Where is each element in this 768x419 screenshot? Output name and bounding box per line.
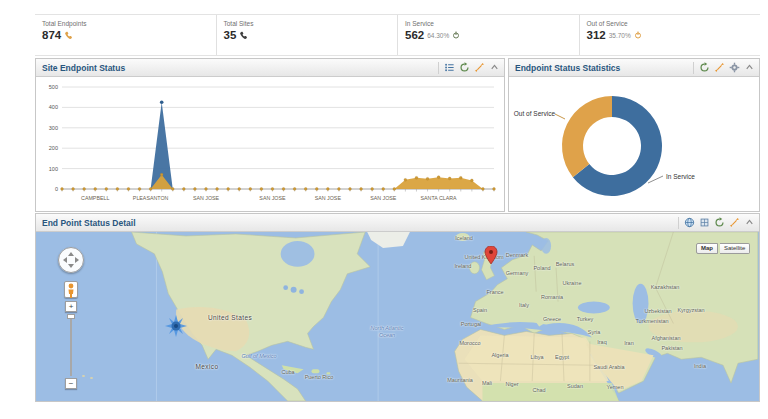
stat-percent: 64.30% — [427, 32, 449, 39]
pan-left-icon[interactable] — [63, 257, 67, 263]
data-point — [338, 188, 341, 191]
data-point — [404, 178, 407, 181]
maximize-icon[interactable] — [729, 217, 740, 228]
site-endpoint-status-chart: 0100200300400500CAMPBELLPLEASANTONSAN JO… — [36, 77, 504, 211]
pan-up-icon[interactable] — [68, 252, 74, 256]
data-point — [127, 188, 130, 191]
stat-value: 562 — [405, 29, 424, 41]
data-point — [293, 188, 296, 191]
data-point — [360, 188, 363, 191]
caspian-sea — [633, 284, 649, 324]
zoom-slider-handle[interactable] — [67, 314, 75, 319]
data-point — [94, 188, 97, 191]
y-axis-tick-label: 200 — [49, 145, 58, 151]
maximize-icon[interactable] — [714, 62, 725, 73]
stat-card-total-sites: Total Sites 35 — [217, 15, 399, 55]
collapse-icon[interactable] — [489, 62, 500, 73]
baltic-sea — [541, 238, 551, 254]
sahel-belt — [482, 383, 618, 401]
data-point — [448, 177, 451, 180]
panel-end-point-status-detail: End Point Status Detail — [35, 213, 760, 402]
data-point — [470, 179, 473, 182]
gear-icon[interactable] — [729, 62, 740, 73]
sahara-desert — [465, 335, 609, 381]
map-terrain — [36, 232, 759, 401]
stat-value: 312 — [587, 29, 606, 41]
pegman-street-view-control[interactable] — [64, 281, 78, 298]
zoom-slider-track[interactable] — [70, 314, 72, 376]
y-axis-tick-label: 100 — [49, 166, 58, 172]
data-point — [349, 188, 352, 191]
panel-header: Site Endpoint Status — [36, 59, 504, 77]
stat-label: In Service — [405, 20, 579, 27]
panel-endpoint-status-statistics: Endpoint Status Statistics Out of Servic… — [508, 58, 760, 212]
data-point — [138, 188, 141, 191]
pan-right-icon[interactable] — [75, 257, 79, 263]
data-point — [493, 188, 496, 191]
list-chart-icon[interactable] — [444, 62, 455, 73]
refresh-icon[interactable] — [714, 217, 725, 228]
stat-value: 35 — [224, 29, 237, 41]
data-point — [393, 188, 396, 191]
peak-data-point — [160, 101, 164, 105]
stat-value: 874 — [42, 29, 61, 41]
x-axis-tick-label: SAN JOSE — [370, 195, 397, 201]
panel-header: End Point Status Detail — [36, 214, 759, 232]
map-type-map-button[interactable]: Map — [696, 243, 718, 254]
pegman-icon — [65, 283, 77, 298]
phone-icon — [64, 31, 73, 40]
data-point — [282, 188, 285, 191]
dashboard: Total Endpoints 874 Total Sites 35 In Se… — [35, 14, 760, 402]
maximize-icon[interactable] — [474, 62, 485, 73]
stat-card-out-of-service: Out of Service 312 35.70% — [580, 15, 761, 55]
black-sea — [578, 302, 610, 314]
panel-site-endpoint-status: Site Endpoint Status 0100200300400500CAM… — [35, 58, 505, 212]
collapse-icon[interactable] — [744, 217, 755, 228]
data-point — [205, 188, 208, 191]
refresh-icon[interactable] — [459, 62, 470, 73]
donut-segment-out-of-service[interactable] — [562, 96, 612, 177]
y-axis-tick-label: 0 — [55, 186, 58, 192]
stat-label: Total Sites — [224, 20, 398, 27]
y-axis-tick-label: 300 — [49, 125, 58, 131]
map-type-satellite-button[interactable]: Satellite — [720, 243, 750, 254]
refresh-icon[interactable] — [699, 62, 710, 73]
data-point — [371, 188, 374, 191]
stat-label: Out of Service — [587, 20, 761, 27]
data-point — [61, 188, 64, 191]
california-endpoint-cluster-marker[interactable] — [165, 315, 187, 337]
x-axis-tick-label: SAN JOSE — [193, 195, 220, 201]
x-axis-tick-label: CAMPBELL — [81, 195, 109, 201]
data-point — [437, 176, 440, 179]
uk-endpoint-pin-marker[interactable] — [484, 246, 498, 266]
stat-bar: Total Endpoints 874 Total Sites 35 In Se… — [35, 14, 760, 56]
zoom-in-button[interactable]: + — [65, 301, 77, 312]
y-axis-tick-label: 500 — [49, 84, 58, 90]
globe-icon[interactable] — [684, 217, 695, 228]
ireland-island — [470, 262, 480, 274]
x-axis-tick-label: SAN JOSE — [315, 195, 342, 201]
iceland-island — [456, 233, 470, 241]
power-icon — [452, 31, 460, 39]
pan-down-icon[interactable] — [68, 264, 74, 268]
data-point — [72, 188, 75, 191]
data-point — [171, 188, 174, 191]
zoom-out-button[interactable]: − — [65, 378, 77, 389]
hudson-bay — [281, 241, 315, 267]
data-point — [426, 177, 429, 180]
donut-leader-out-of-service — [555, 114, 565, 119]
series-out-of-service — [62, 175, 494, 189]
map-pan-control[interactable] — [58, 247, 84, 273]
data-point — [238, 188, 241, 191]
data-point — [216, 188, 219, 191]
collapse-icon[interactable] — [744, 62, 755, 73]
data-point — [315, 188, 318, 191]
data-point — [116, 188, 119, 191]
grid-icon[interactable] — [699, 217, 710, 228]
world-map[interactable]: United StatesMexicoGulf of MexicoNorth A… — [36, 232, 759, 401]
data-point — [482, 188, 485, 191]
data-point — [194, 188, 197, 191]
panel-title: End Point Status Detail — [42, 218, 136, 228]
endpoint-status-donut-chart — [509, 77, 759, 211]
x-axis-tick-label: PLEASANTON — [133, 195, 169, 201]
